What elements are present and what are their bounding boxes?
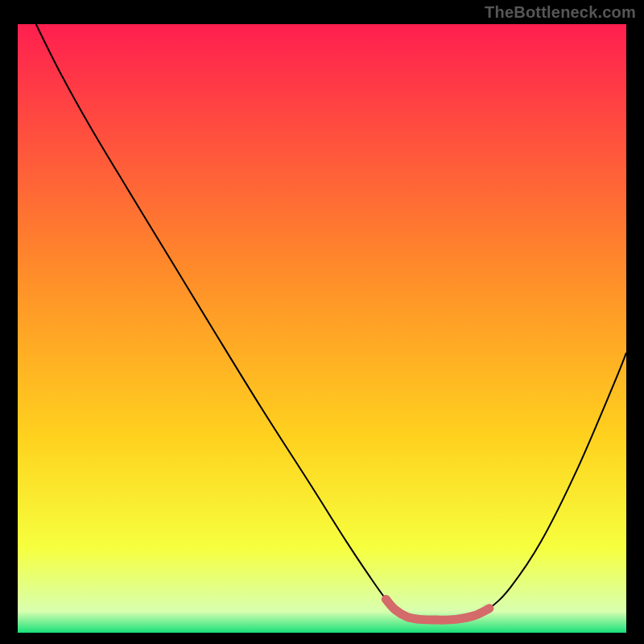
attribution-text: TheBottleneck.com <box>485 3 636 22</box>
bottleneck-chart <box>18 24 626 633</box>
gradient-background <box>18 24 626 633</box>
